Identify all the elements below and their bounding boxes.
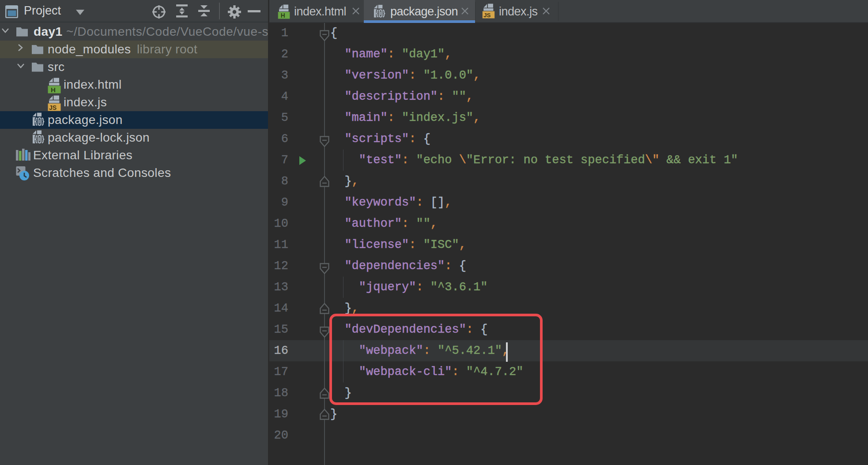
svg-text:H: H [51,86,56,94]
svg-text:H: H [281,12,285,19]
svg-text:JS: JS [49,104,57,111]
svg-text:JS: JS [483,12,491,19]
